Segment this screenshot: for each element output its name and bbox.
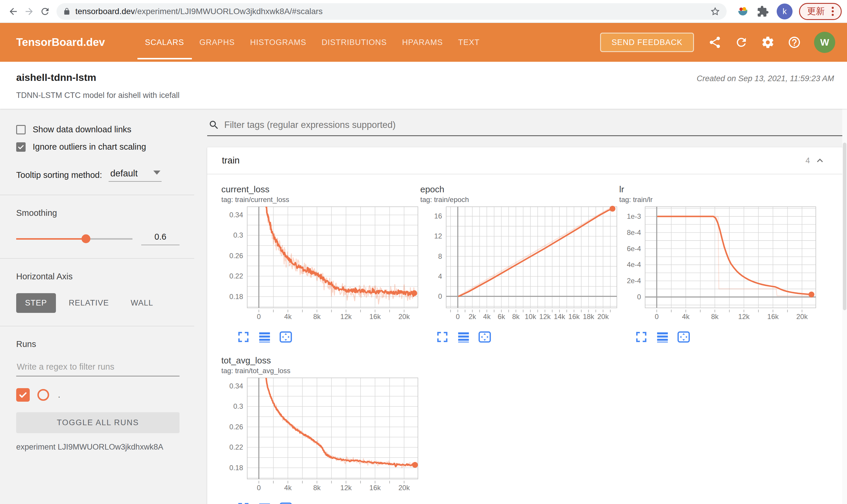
svg-text:6k: 6k <box>498 312 505 321</box>
tab-histograms[interactable]: HISTOGRAMS <box>242 23 314 62</box>
expand-chart-icon <box>635 330 648 344</box>
run-name: . <box>58 390 60 400</box>
toggle-y-axis-button[interactable] <box>258 330 271 344</box>
svg-text:16k: 16k <box>369 484 381 492</box>
smoothing-value[interactable]: 0.6 <box>141 232 179 245</box>
toggle-y-axis-button[interactable] <box>457 330 470 344</box>
page-scrollbar[interactable] <box>842 109 847 504</box>
browser-forward-button[interactable] <box>21 3 37 19</box>
show-download-links-row[interactable]: Show data download links <box>16 125 179 134</box>
experiment-header: aishell-tdnn-lstm TDNN-LSTM CTC model fo… <box>0 62 847 109</box>
experiment-title: aishell-tdnn-lstm <box>16 72 179 83</box>
scalar-chart-current_loss: current_losstag: train/current_loss04k8k… <box>221 184 420 344</box>
expand-chart-icon <box>237 501 250 504</box>
send-feedback-button[interactable]: SEND FEEDBACK <box>600 33 694 52</box>
run-color-swatch[interactable] <box>37 389 49 401</box>
fit-domain-button[interactable] <box>279 501 293 504</box>
svg-text:0: 0 <box>438 292 442 300</box>
tab-distributions[interactable]: DISTRIBUTIONS <box>314 23 395 62</box>
show-download-checkbox[interactable] <box>16 125 25 134</box>
chart-title: epoch <box>420 184 619 194</box>
settings-button[interactable] <box>761 36 775 49</box>
tab-scalars[interactable]: SCALARS <box>137 23 192 62</box>
svg-text:12k: 12k <box>539 312 551 321</box>
url-text: tensorboard.dev/experiment/LJI9MWUORLOw3… <box>75 7 706 16</box>
svg-text:0.34: 0.34 <box>229 382 243 390</box>
browser-profile-avatar[interactable]: k <box>777 3 793 19</box>
tab-hparams[interactable]: HPARAMS <box>394 23 451 62</box>
browser-reload-button[interactable] <box>37 3 53 19</box>
svg-text:4e-4: 4e-4 <box>627 260 641 268</box>
svg-text:20k: 20k <box>398 312 410 321</box>
expand-chart-button[interactable] <box>237 501 250 504</box>
svg-text:8: 8 <box>438 252 442 260</box>
train-section-header[interactable]: train 4 <box>207 147 842 174</box>
slider-thumb[interactable] <box>82 234 90 243</box>
svg-text:16k: 16k <box>568 312 580 321</box>
extension-fruit-bowl-icon[interactable] <box>736 5 749 18</box>
share-button[interactable] <box>708 36 722 49</box>
expand-chart-button[interactable] <box>436 330 449 344</box>
refresh-data-button[interactable] <box>734 36 748 49</box>
fit-domain-button[interactable] <box>677 330 690 344</box>
filter-tags-input[interactable] <box>224 120 841 130</box>
svg-text:4: 4 <box>438 272 442 280</box>
tab-graphs[interactable]: GRAPHS <box>192 23 242 62</box>
toggle-y-axis-button[interactable] <box>656 330 669 344</box>
fit-domain-button[interactable] <box>279 330 293 344</box>
browser-menu-kebab-icon[interactable] <box>831 5 835 17</box>
experiment-id-label: experiment LJI9MWUORLOw3jkdhxwk8A <box>16 443 179 452</box>
horizontal-axis-label: Horizontal Axis <box>16 272 179 282</box>
chart-actions <box>436 330 619 344</box>
expand-chart-button[interactable] <box>635 330 648 344</box>
bookmark-star-icon[interactable] <box>710 6 720 16</box>
chart-plot-current_loss[interactable]: 04k8k12k16k20k0.340.30.260.220.18 <box>221 205 420 327</box>
ignore-outliers-row[interactable]: Ignore outliers in chart scaling <box>16 142 179 152</box>
gear-icon <box>761 36 775 49</box>
arrow-right-icon <box>24 6 34 17</box>
fit-domain-icon <box>279 501 293 504</box>
svg-text:8k: 8k <box>512 312 520 321</box>
runs-filter-input[interactable] <box>16 359 179 376</box>
runs-label: Runs <box>16 339 179 349</box>
scalar-chart-tot_avg_loss: tot_avg_losstag: train/tot_avg_loss04k8k… <box>221 356 420 504</box>
expand-chart-button[interactable] <box>237 330 250 344</box>
smoothing-slider[interactable] <box>16 233 133 244</box>
extensions-puzzle-icon[interactable] <box>757 5 769 18</box>
tooltip-sorting-dropdown[interactable]: default <box>109 168 161 182</box>
fit-domain-icon <box>279 330 293 344</box>
address-bar[interactable]: tensorboard.dev/experiment/LJI9MWUORLOw3… <box>56 3 727 20</box>
ignore-outliers-checkbox[interactable] <box>16 142 25 152</box>
scrollbar-thumb[interactable] <box>843 143 846 310</box>
chart-title: lr <box>619 184 818 194</box>
section-title: train <box>222 155 240 166</box>
account-avatar[interactable]: W <box>814 32 835 53</box>
fit-domain-icon <box>677 330 690 344</box>
toggle-y-axis-icon <box>258 501 271 504</box>
tab-text[interactable]: TEXT <box>451 23 487 62</box>
fit-domain-button[interactable] <box>478 330 491 344</box>
axis-button-relative[interactable]: RELATIVE <box>60 293 118 313</box>
run-checkbox[interactable] <box>16 388 30 402</box>
chevron-up-icon[interactable] <box>814 155 826 166</box>
chart-actions <box>237 330 420 344</box>
chart-tag: tag: train/current_loss <box>221 196 420 204</box>
lock-icon <box>63 8 71 15</box>
chart-plot-tot_avg_loss[interactable]: 04k8k12k16k20k0.340.30.260.220.18 <box>221 376 420 498</box>
axis-button-wall[interactable]: WALL <box>122 293 162 313</box>
svg-text:16: 16 <box>434 212 442 220</box>
chart-plot-lr[interactable]: 04k8k12k16k20k1e-38e-46e-44e-42e-40 <box>619 205 818 327</box>
axis-button-step[interactable]: STEP <box>16 293 56 313</box>
chrome-update-button[interactable]: 更新 <box>799 3 842 20</box>
horizontal-axis-buttons: STEPRELATIVEWALL <box>16 293 179 313</box>
browser-back-button[interactable] <box>5 3 21 19</box>
chart-actions <box>237 501 420 504</box>
svg-text:20k: 20k <box>598 312 609 321</box>
divider <box>0 258 194 259</box>
help-button[interactable] <box>788 36 801 49</box>
svg-text:0.34: 0.34 <box>229 211 243 219</box>
toggle-y-axis-button[interactable] <box>258 501 271 504</box>
svg-text:4k: 4k <box>483 312 491 321</box>
chart-plot-epoch[interactable]: 02k4k6k8k10k12k14k16k18k20k1612840 <box>420 205 619 327</box>
toggle-all-runs-button[interactable]: TOGGLE ALL RUNS <box>16 412 179 433</box>
